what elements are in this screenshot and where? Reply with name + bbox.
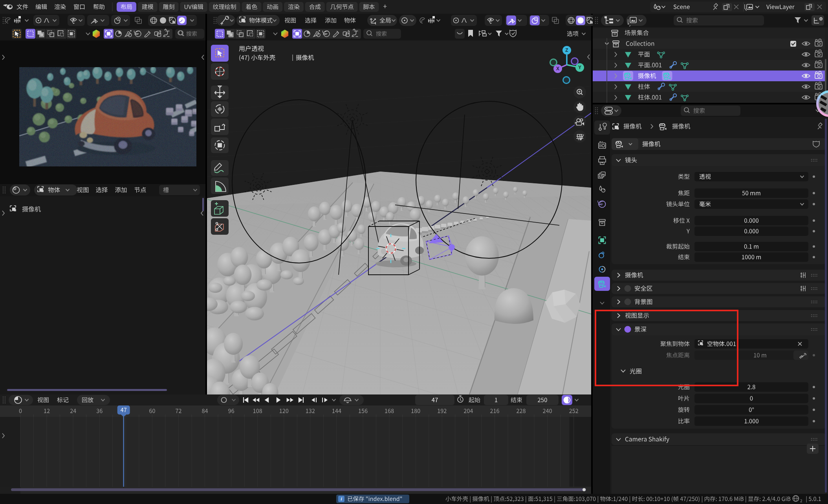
svg-text:Y: Y bbox=[578, 65, 581, 70]
svg-text:Z: Z bbox=[565, 47, 568, 53]
svg-text:X: X bbox=[556, 66, 559, 71]
